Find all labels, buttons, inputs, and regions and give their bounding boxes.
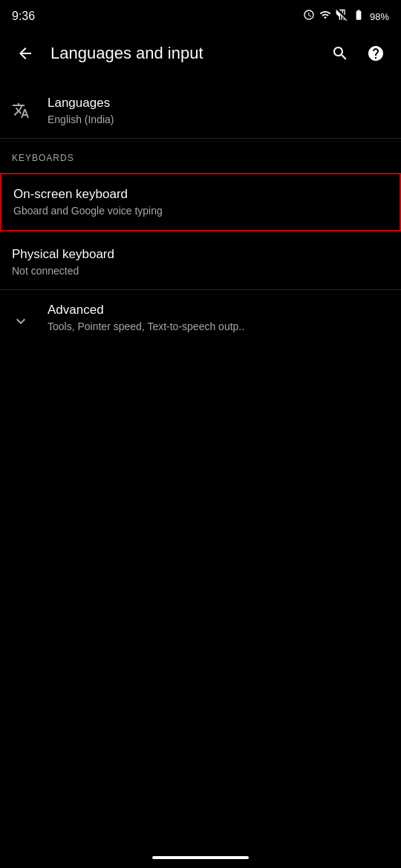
physical-keyboard-item[interactable]: Physical keyboard Not connected (0, 234, 401, 289)
physical-keyboard-subtitle: Not connected (12, 264, 389, 277)
app-bar-actions (327, 40, 389, 67)
on-screen-keyboard-subtitle: Gboard and Google voice typing (13, 204, 388, 217)
keyboards-header-text: KEYBOARDS (12, 153, 74, 163)
advanced-title: Advanced (48, 302, 389, 318)
settings-list: Languages English (India) KEYBOARDS On-s… (0, 77, 401, 345)
languages-title: Languages (48, 95, 389, 111)
on-screen-keyboard-text: On-screen keyboard Gboard and Google voi… (13, 186, 388, 217)
alarm-icon (303, 9, 315, 24)
status-time: 9:36 (12, 10, 35, 23)
battery-icon (352, 9, 365, 24)
physical-keyboard-title: Physical keyboard (12, 246, 389, 263)
signal-icon (336, 9, 348, 24)
search-button[interactable] (327, 40, 353, 67)
keyboards-section-header: KEYBOARDS (0, 139, 401, 170)
advanced-item[interactable]: Advanced Tools, Pointer speed, Text-to-s… (0, 290, 401, 345)
chevron-down-icon (12, 312, 48, 330)
help-button[interactable] (362, 40, 389, 67)
battery-percentage: 98% (370, 11, 389, 22)
home-indicator (152, 856, 249, 859)
on-screen-keyboard-item[interactable]: On-screen keyboard Gboard and Google voi… (0, 173, 401, 231)
translate-icon (12, 102, 48, 119)
app-bar: Languages and input (0, 30, 401, 77)
languages-text: Languages English (India) (48, 95, 389, 126)
languages-item[interactable]: Languages English (India) (0, 83, 401, 138)
advanced-subtitle: Tools, Pointer speed, Text-to-speech out… (48, 320, 389, 333)
status-bar: 9:36 98% (0, 0, 401, 30)
back-button[interactable] (12, 40, 39, 67)
wifi-icon (319, 9, 331, 24)
status-icons: 98% (303, 9, 389, 24)
advanced-text: Advanced Tools, Pointer speed, Text-to-s… (48, 302, 389, 333)
page-title: Languages and input (50, 44, 315, 63)
physical-keyboard-text: Physical keyboard Not connected (12, 246, 389, 277)
languages-subtitle: English (India) (48, 113, 389, 126)
on-screen-keyboard-title: On-screen keyboard (13, 186, 388, 203)
